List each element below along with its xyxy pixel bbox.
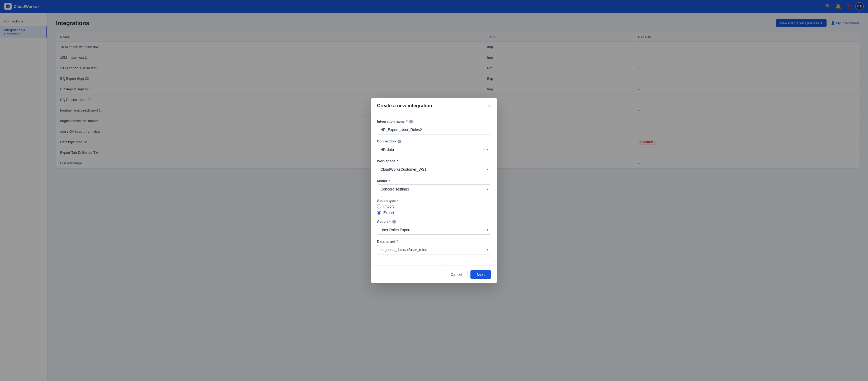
next-button[interactable]: Next — [470, 270, 491, 279]
workspace-group: Workspace * CloudWorksCustomer_WS1 ▾ — [377, 159, 491, 174]
modal-title: Create a new integration — [377, 103, 432, 109]
model-label: Model * — [377, 179, 491, 183]
action-type-radio-group: Import Export — [377, 204, 491, 215]
action-type-import-radio[interactable] — [377, 204, 381, 208]
connection-select[interactable]: HR data — [377, 145, 491, 154]
connection-clear-icon[interactable]: ✕ — [483, 147, 486, 152]
action-select-wrap: User Roles Export ▾ — [377, 225, 491, 235]
model-select[interactable]: Concord Testing3 — [377, 184, 491, 194]
action-info-icon[interactable]: i — [392, 220, 396, 224]
action-type-export-label[interactable]: Export — [377, 211, 491, 215]
action-type-label: Action type * — [377, 199, 491, 203]
action-type-import-label[interactable]: Import — [377, 204, 491, 208]
create-integration-modal: Create a new integration × Integration n… — [371, 98, 497, 283]
workspace-select-wrap: CloudWorksCustomer_WS1 ▾ — [377, 165, 491, 174]
modal-header: Create a new integration × — [371, 98, 497, 113]
data-target-label: Data target * — [377, 239, 491, 243]
data-target-select[interactable]: bugbash_dataset/user_roles — [377, 245, 491, 255]
action-label: Action * i — [377, 219, 491, 224]
integration-name-label: Integration name * i — [377, 119, 491, 123]
connection-label: Connection i — [377, 139, 491, 143]
action-type-export-radio[interactable] — [377, 211, 381, 215]
modal-overlay: Create a new integration × Integration n… — [0, 0, 868, 381]
integration-name-info-icon[interactable]: i — [409, 120, 413, 123]
data-target-select-wrap: bugbash_dataset/user_roles ▾ — [377, 245, 491, 255]
action-select[interactable]: User Roles Export — [377, 225, 491, 235]
action-group: Action * i User Roles Export ▾ — [377, 219, 491, 235]
connection-info-icon[interactable]: i — [398, 140, 401, 143]
workspace-select[interactable]: CloudWorksCustomer_WS1 — [377, 165, 491, 174]
integration-name-group: Integration name * i — [377, 119, 491, 135]
workspace-label: Workspace * — [377, 159, 491, 163]
connection-group: Connection i HR data ✕ ▾ — [377, 139, 491, 154]
data-target-group: Data target * bugbash_dataset/user_roles… — [377, 239, 491, 255]
modal-close-button[interactable]: × — [488, 103, 491, 109]
model-select-wrap: Concord Testing3 ▾ — [377, 184, 491, 194]
modal-body: Integration name * i Connection i HR dat… — [371, 113, 497, 266]
action-type-group: Action type * Import Export — [377, 199, 491, 215]
integration-name-input[interactable] — [377, 125, 491, 135]
model-group: Model * Concord Testing3 ▾ — [377, 179, 491, 194]
modal-footer: Cancel Next — [371, 266, 497, 283]
connection-select-wrap: HR data ✕ ▾ — [377, 145, 491, 154]
cancel-button[interactable]: Cancel — [445, 270, 468, 279]
